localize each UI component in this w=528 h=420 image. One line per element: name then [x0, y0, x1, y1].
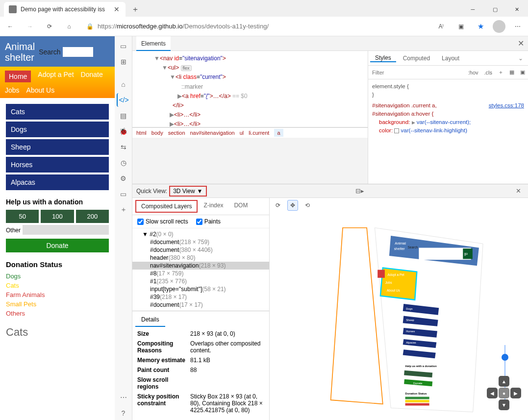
- side-dogs[interactable]: Dogs: [6, 122, 109, 137]
- layer-row[interactable]: #1(235 × 776): [132, 277, 269, 285]
- devtools-rail: ▭ ⊞ ⌂ </> ▤ 🐞 ⇆ ◷ ⚙ ▭ ＋ ⋯ ?: [115, 36, 132, 420]
- home-button[interactable]: ⌂: [62, 19, 76, 34]
- console-icon[interactable]: ▤: [117, 109, 130, 123]
- tab-computed[interactable]: Computed: [398, 55, 435, 62]
- hov-toggle[interactable]: :hov: [465, 70, 481, 75]
- side-sheep[interactable]: Sheep: [6, 139, 109, 155]
- slow-scroll-checkbox[interactable]: Slow scroll rects: [137, 218, 188, 225]
- nav-home[interactable]: Home: [5, 71, 31, 82]
- amount-200[interactable]: 200: [76, 210, 109, 223]
- nav-jobs[interactable]: Jobs: [5, 86, 20, 94]
- layer-row[interactable]: #39(218 × 17): [132, 293, 269, 301]
- qv-close-icon[interactable]: ✕: [513, 187, 524, 195]
- layer-row[interactable]: input[type="submit"](58 × 21): [132, 285, 269, 293]
- refresh-button[interactable]: ⟳: [42, 19, 57, 34]
- svg-text:Donation Status: Donation Status: [405, 392, 427, 395]
- layer-row[interactable]: ▼ #2(0 × 0): [132, 230, 269, 238]
- rotate-icon[interactable]: ⟲: [302, 200, 313, 211]
- pan-icon[interactable]: ✥: [287, 200, 298, 211]
- amount-50[interactable]: 50: [6, 210, 39, 223]
- performance-icon[interactable]: ◷: [117, 156, 130, 170]
- application-icon[interactable]: ▭: [117, 187, 130, 201]
- settings-icon[interactable]: ⋯: [117, 391, 130, 404]
- pad-down[interactable]: ▼: [499, 399, 509, 410]
- network-icon[interactable]: ⇆: [117, 140, 130, 154]
- svg-rect-29: [405, 400, 429, 402]
- donate-button[interactable]: Donate: [6, 239, 109, 252]
- details-tab[interactable]: Details: [135, 313, 165, 327]
- cls-toggle[interactable]: .cls: [481, 70, 496, 75]
- minimize-button[interactable]: ─: [462, 2, 484, 17]
- site-title-line2: shelter: [5, 52, 35, 63]
- layer-row[interactable]: header(380 × 80): [132, 254, 269, 262]
- more-tools-icon[interactable]: ＋: [117, 203, 130, 217]
- layers-tree[interactable]: ▼ #2(0 × 0)#document(218 × 759)#document…: [132, 228, 269, 311]
- memory-icon[interactable]: ⚙: [117, 172, 130, 185]
- device-icon[interactable]: ⊞: [117, 55, 130, 69]
- rendered-page: Animal shelter Search Home Adopt a Pet D…: [0, 36, 115, 420]
- 3d-view[interactable]: ⟳ ✥ ⟲: [270, 198, 528, 420]
- dock-icon[interactable]: ⊟▸: [352, 187, 367, 195]
- quickview-select[interactable]: 3D View ▼: [169, 186, 206, 197]
- close-tab-icon[interactable]: ✕: [113, 5, 121, 13]
- back-button[interactable]: ←: [3, 19, 18, 34]
- layer-row[interactable]: #8(17 × 759): [132, 270, 269, 277]
- address-bar[interactable]: 🔒 https://microsoftedge.github.io/Demos/…: [81, 23, 429, 30]
- favorite-star-icon[interactable]: ★: [473, 19, 488, 34]
- layer-row[interactable]: #document(218 × 759): [132, 238, 269, 246]
- devtools: ▭ ⊞ ⌂ </> ▤ 🐞 ⇆ ◷ ⚙ ▭ ＋ ⋯ ? Elements ✕: [115, 36, 528, 420]
- sources-icon[interactable]: 🐞: [117, 124, 130, 138]
- paints-checkbox[interactable]: Paints: [196, 218, 221, 225]
- pad-right[interactable]: ▶: [510, 388, 521, 398]
- styles-filter-input[interactable]: [368, 70, 465, 75]
- css-rules[interactable]: element.style { } #sitenavigation .curre…: [368, 79, 528, 138]
- layer-row[interactable]: #document(380 × 4406): [132, 246, 269, 254]
- flex-icon[interactable]: ▦: [506, 69, 517, 75]
- nav-donate[interactable]: Donate: [81, 71, 103, 82]
- chevron-down-icon[interactable]: ⌄: [515, 55, 526, 62]
- reset-view-icon[interactable]: ⟳: [273, 200, 283, 211]
- pad-up[interactable]: ▲: [499, 376, 509, 387]
- search-input[interactable]: [63, 47, 93, 57]
- stylesheet-link[interactable]: styles.css:178: [489, 101, 524, 110]
- tab-dom[interactable]: DOM: [229, 200, 252, 213]
- pad-center[interactable]: ●: [499, 388, 509, 398]
- profile-avatar[interactable]: [493, 20, 505, 33]
- help-icon[interactable]: ?: [117, 406, 130, 420]
- pad-left[interactable]: ◀: [487, 388, 498, 398]
- new-tab-button[interactable]: ＋: [128, 2, 142, 17]
- inspect-icon[interactable]: ▭: [117, 39, 130, 53]
- box-icon[interactable]: ▣: [517, 69, 528, 75]
- side-cats[interactable]: Cats: [6, 104, 109, 120]
- nav-about[interactable]: About Us: [26, 86, 55, 94]
- elements-icon[interactable]: </>: [117, 93, 130, 107]
- tab-zindex[interactable]: Z-index: [199, 200, 228, 213]
- tab-styles[interactable]: Styles: [370, 54, 396, 62]
- browser-tab[interactable]: Demo page with accessibility iss ✕: [4, 2, 126, 17]
- nav-adopt[interactable]: Adopt a Pet: [38, 71, 74, 82]
- dom-tree[interactable]: ▼<nav id="sitenavigation"> ▼<ul> flex ▼<…: [132, 51, 368, 127]
- other-amount-input[interactable]: [23, 225, 109, 235]
- layer-row[interactable]: nav#sitenavigation(218 × 93): [132, 262, 269, 270]
- status-item: Dogs: [6, 272, 109, 280]
- maximize-button[interactable]: ▢: [484, 2, 506, 17]
- devtools-close-icon[interactable]: ✕: [518, 39, 524, 48]
- collections-icon[interactable]: ▣: [453, 19, 468, 34]
- tab-elements[interactable]: Elements: [136, 36, 171, 51]
- breadcrumb[interactable]: htmlbodysectionnav#sitenavigationulli.cu…: [132, 127, 368, 138]
- more-menu-icon[interactable]: ⋯: [510, 19, 525, 34]
- new-rule-icon[interactable]: ＋: [495, 69, 506, 76]
- svg-rect-28: [405, 397, 429, 399]
- status-item: Farm Animals: [6, 291, 109, 298]
- welcome-icon[interactable]: ⌂: [117, 77, 130, 91]
- tab-layout[interactable]: Layout: [437, 55, 464, 62]
- amount-100[interactable]: 100: [41, 210, 74, 223]
- side-alpacas[interactable]: Alpacas: [6, 174, 109, 190]
- reading-mode-icon[interactable]: A⁾: [434, 19, 449, 34]
- detail-row: Size218 × 93 (at 0, 0): [137, 329, 264, 339]
- close-window-button[interactable]: ✕: [506, 2, 528, 17]
- forward-button: →: [23, 19, 37, 34]
- layer-row[interactable]: #document(17 × 17): [132, 301, 269, 309]
- side-horses[interactable]: Horses: [6, 157, 109, 173]
- tab-composited-layers[interactable]: Composited Layers: [135, 200, 198, 213]
